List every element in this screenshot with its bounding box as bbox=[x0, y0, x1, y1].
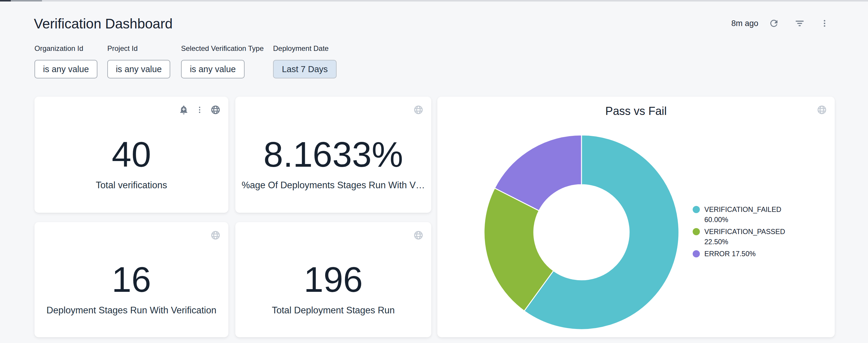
legend-label: VERIFICATION_PASSED 22.50% bbox=[704, 227, 794, 247]
tile-total-stages-run: 196 Total Deployment Stages Run bbox=[235, 222, 431, 337]
globe-icon[interactable] bbox=[413, 105, 424, 115]
tile-pass-vs-fail: Pass vs Fail VERIFICATION_FAILED 60.00%V… bbox=[437, 97, 835, 337]
globe-icon[interactable] bbox=[413, 230, 424, 240]
refresh-icon[interactable] bbox=[769, 18, 779, 29]
filter-value-chip[interactable]: is any value bbox=[34, 60, 97, 78]
filter-project-id: Project Id is any value bbox=[107, 44, 170, 78]
legend-label: ERROR 17.50% bbox=[704, 249, 755, 259]
header-actions: 8m ago bbox=[731, 18, 829, 29]
legend-swatch bbox=[693, 206, 700, 213]
metric-value: 8.1633% bbox=[264, 137, 403, 172]
page-title: Verification Dashboard bbox=[34, 15, 173, 32]
filter-deployment-date: Deployment Date Last 7 Days bbox=[273, 44, 337, 78]
filter-organization-id: Organization Id is any value bbox=[34, 44, 97, 78]
metric-value: 196 bbox=[304, 262, 363, 297]
legend-label: VERIFICATION_FAILED 60.00% bbox=[704, 204, 794, 225]
dashboard-page: Verification Dashboard 8m ago Organizati… bbox=[0, 0, 868, 343]
kebab-menu-icon[interactable] bbox=[820, 19, 829, 28]
tile-pct-stages-with-verification: 8.1633% %age Of Deployments Stages Run W… bbox=[235, 97, 431, 213]
filter-icon[interactable] bbox=[794, 18, 805, 29]
metric-value: 16 bbox=[112, 262, 151, 297]
tile-total-verifications: 40 Total verifications bbox=[34, 97, 228, 213]
metric-label: Deployment Stages Run With Verification bbox=[46, 304, 216, 317]
filter-label: Organization Id bbox=[34, 44, 97, 53]
filter-label: Deployment Date bbox=[273, 44, 337, 53]
top-scrollbar-cap bbox=[0, 0, 11, 1]
legend-swatch bbox=[693, 228, 700, 235]
filter-value-chip[interactable]: is any value bbox=[181, 60, 245, 78]
filter-label: Project Id bbox=[107, 44, 170, 53]
add-alert-bell-icon[interactable] bbox=[179, 105, 189, 115]
metric-value: 40 bbox=[112, 137, 151, 172]
metric-label: %age Of Deployments Stages Run With V… bbox=[242, 179, 425, 192]
filter-verification-type: Selected Verification Type is any value bbox=[181, 44, 264, 78]
filter-value-chip[interactable]: is any value bbox=[107, 60, 170, 78]
tile-stages-run-with-verification: 16 Deployment Stages Run With Verificati… bbox=[34, 222, 228, 337]
chart-legend: VERIFICATION_FAILED 60.00%VERIFICATION_P… bbox=[693, 204, 794, 261]
legend-item[interactable]: VERIFICATION_PASSED 22.50% bbox=[693, 227, 794, 247]
globe-icon[interactable] bbox=[210, 105, 221, 115]
filter-label: Selected Verification Type bbox=[181, 44, 264, 53]
legend-item[interactable]: VERIFICATION_FAILED 60.00% bbox=[693, 204, 794, 225]
metric-label: Total verifications bbox=[96, 179, 167, 192]
filter-value-chip[interactable]: Last 7 Days bbox=[273, 60, 337, 78]
tile-kebab-icon[interactable] bbox=[195, 106, 204, 114]
last-refresh-label: 8m ago bbox=[731, 19, 758, 28]
globe-icon[interactable] bbox=[210, 230, 221, 240]
legend-item[interactable]: ERROR 17.50% bbox=[693, 249, 794, 259]
top-scrollbar-track[interactable] bbox=[0, 0, 868, 1]
legend-swatch bbox=[693, 250, 700, 258]
metric-label: Total Deployment Stages Run bbox=[272, 304, 395, 317]
